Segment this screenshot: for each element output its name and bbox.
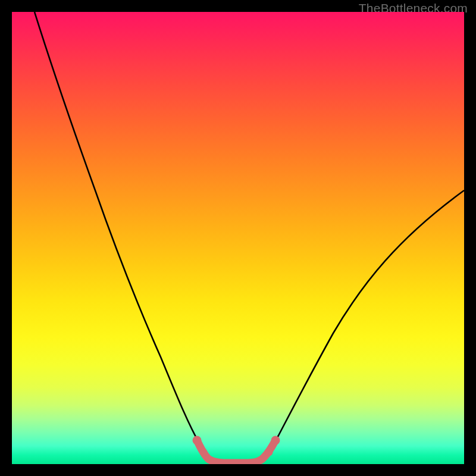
highlight-start-marker-icon (193, 436, 202, 445)
bottleneck-curve (35, 12, 464, 462)
chart-stage: TheBottleneck.com (0, 0, 476, 476)
highlight-mid1-marker-icon (200, 449, 208, 456)
plot-area (12, 12, 464, 464)
highlight-end-marker-icon (271, 436, 280, 445)
highlight-mid2-marker-icon (265, 449, 273, 456)
highlight-segment (197, 440, 275, 463)
curve-layer (12, 12, 464, 464)
